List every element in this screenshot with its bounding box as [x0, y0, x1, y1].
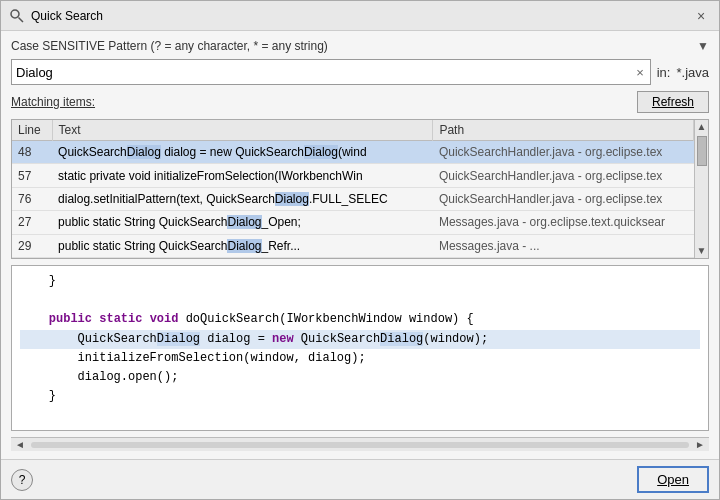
cell-text: public static String QuickSearchDialog_O… — [52, 211, 433, 234]
matching-row: Matching items: Refresh — [11, 91, 709, 113]
code-line: dialog.open(); — [20, 368, 700, 387]
title-text: Quick Search — [31, 9, 103, 23]
matching-items-label: Matching items: — [11, 95, 95, 109]
title-bar: Quick Search × — [1, 1, 719, 31]
clear-button[interactable]: × — [634, 65, 646, 80]
open-button[interactable]: Open — [637, 466, 709, 493]
cell-line: 57 — [12, 164, 52, 187]
search-input[interactable] — [16, 65, 634, 80]
footer: ? Open — [1, 459, 719, 499]
table-row[interactable]: 76dialog.setInitialPattern(text, QuickSe… — [12, 187, 694, 210]
results-table-container: Line Text Path 48QuickSearchDialog dialo… — [11, 119, 709, 259]
scroll-left-button[interactable]: ◄ — [13, 439, 27, 450]
code-line: } — [20, 272, 700, 291]
in-label: in: — [657, 65, 671, 80]
help-button[interactable]: ? — [11, 469, 33, 491]
code-line: } — [20, 387, 700, 406]
cell-path: QuickSearchHandler.java - org.eclipse.te… — [433, 164, 694, 187]
cell-path: QuickSearchHandler.java - org.eclipse.te… — [433, 141, 694, 164]
scroll-right-button[interactable]: ► — [693, 439, 707, 450]
table-header-row: Line Text Path — [12, 120, 694, 141]
cell-path: QuickSearchHandler.java - org.eclipse.te… — [433, 187, 694, 210]
cell-line: 29 — [12, 234, 52, 257]
cell-path: Messages.java - org.eclipse.text.quickse… — [433, 211, 694, 234]
table-row[interactable]: 48QuickSearchDialog dialog = new QuickSe… — [12, 141, 694, 164]
search-row: × in: *.java — [11, 59, 709, 85]
dialog-body: Case SENSITIVE Pattern (? = any characte… — [1, 31, 719, 459]
scroll-down-button[interactable]: ▼ — [695, 244, 709, 258]
cell-line: 76 — [12, 187, 52, 210]
cell-text: QuickSearchDialog dialog = new QuickSear… — [52, 141, 433, 164]
search-input-wrapper: × — [11, 59, 651, 85]
refresh-button[interactable]: Refresh — [637, 91, 709, 113]
cell-text: dialog.setInitialPattern(text, QuickSear… — [52, 187, 433, 210]
cell-text: static private void initializeFromSelect… — [52, 164, 433, 187]
scroll-track — [31, 442, 689, 448]
cell-path: Messages.java - ... — [433, 234, 694, 257]
dropdown-arrow-icon[interactable]: ▼ — [697, 39, 709, 53]
code-line: initializeFromSelection(window, dialog); — [20, 349, 700, 368]
svg-point-0 — [11, 10, 19, 18]
code-preview: } public static void doQuickSearch(IWork… — [11, 265, 709, 431]
table-row[interactable]: 29public static String QuickSearchDialog… — [12, 234, 694, 257]
cell-line: 48 — [12, 141, 52, 164]
svg-line-1 — [19, 17, 24, 22]
title-bar-left: Quick Search — [9, 8, 103, 24]
scroll-thumb[interactable] — [697, 136, 707, 166]
cell-text: public static String QuickSearchDialog_R… — [52, 234, 433, 257]
horizontal-scrollbar[interactable]: ◄ ► — [11, 437, 709, 451]
results-table: Line Text Path 48QuickSearchDialog dialo… — [12, 120, 694, 258]
code-line: QuickSearchDialog dialog = new QuickSear… — [20, 330, 700, 349]
in-value: *.java — [676, 65, 709, 80]
case-sensitive-label: Case SENSITIVE Pattern (? = any characte… — [11, 39, 328, 53]
code-line — [20, 291, 700, 310]
scroll-up-button[interactable]: ▲ — [695, 120, 709, 134]
table-row[interactable]: 57static private void initializeFromSele… — [12, 164, 694, 187]
close-button[interactable]: × — [691, 6, 711, 26]
case-label-row: Case SENSITIVE Pattern (? = any characte… — [11, 39, 709, 53]
cell-line: 27 — [12, 211, 52, 234]
table-row[interactable]: 27public static String QuickSearchDialog… — [12, 211, 694, 234]
column-header-line: Line — [12, 120, 52, 141]
column-header-text: Text — [52, 120, 433, 141]
search-icon — [9, 8, 25, 24]
quick-search-dialog: Quick Search × Case SENSITIVE Pattern (?… — [0, 0, 720, 500]
vertical-scrollbar[interactable]: ▲ ▼ — [694, 120, 708, 258]
code-line: public static void doQuickSearch(IWorkbe… — [20, 310, 700, 329]
column-header-path: Path — [433, 120, 694, 141]
